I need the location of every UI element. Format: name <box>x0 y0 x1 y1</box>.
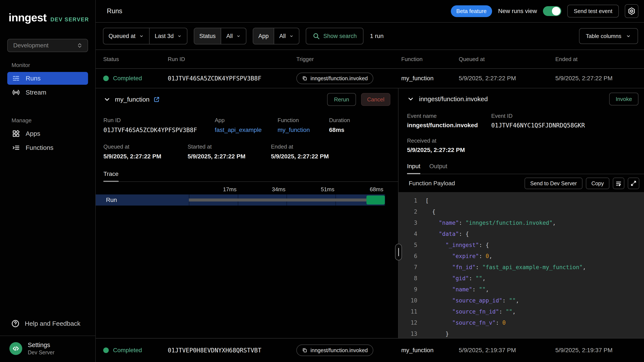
table-row[interactable]: Completed 01JTVF46SA5ZCDK4YPFSPV3B8F inn… <box>96 69 644 88</box>
app-filter-dropdown[interactable]: All <box>274 28 299 44</box>
code-line: 7 "fn_id": "fast_api_example-my_function… <box>398 262 644 273</box>
code-line: 10 "source_app_id": "", <box>398 295 644 306</box>
cancel-button[interactable]: Cancel <box>361 93 390 106</box>
sidebar-item-apps[interactable]: Apps <box>7 127 88 140</box>
run-id-cell: 01JTVF46SA5ZCDK4YPFSPV3B8F <box>168 75 296 82</box>
sidebar-item-stream-label: Stream <box>26 89 46 96</box>
monitor-section-label: Monitor <box>12 62 95 68</box>
ended-at-cell: 5/9/2025, 2:27:22 PM <box>555 75 644 82</box>
sidebar-item-functions-label: Functions <box>26 144 54 151</box>
collapse-chevron-icon[interactable] <box>104 96 111 103</box>
settings-row[interactable]: Settings Dev Server <box>0 336 95 362</box>
main-content: Runs Beta feature New runs view Send tes… <box>96 0 644 362</box>
trace-tick-labels: 17ms 34ms 51ms 68ms <box>189 186 384 193</box>
payload-title: Function Payload <box>409 180 455 187</box>
trigger-badge[interactable]: inngest/function.invoked <box>296 345 373 356</box>
status-dot-completed <box>103 348 109 353</box>
trace-tabs: Trace <box>104 171 398 182</box>
sidebar-item-runs[interactable]: Runs <box>7 72 88 85</box>
time-field-dropdown[interactable]: Queued at <box>104 28 149 44</box>
send-test-event-button[interactable]: Send test event <box>567 5 619 17</box>
line-number: 13 <box>398 328 417 338</box>
chevron-down-icon <box>139 33 144 39</box>
tab-output[interactable]: Output <box>429 163 447 174</box>
panel-resize-handle[interactable] <box>395 244 402 260</box>
sidebar-item-stream[interactable]: Stream <box>7 86 88 99</box>
column-header-function[interactable]: Function <box>401 56 459 63</box>
trigger-label: inngest/function.invoked <box>310 75 368 82</box>
help-and-feedback[interactable]: Help and Feedback <box>11 319 88 328</box>
show-search-button[interactable]: Show search <box>306 28 364 44</box>
trace-run-span[interactable] <box>366 195 385 204</box>
status-filter: Status All <box>194 28 246 44</box>
tab-input[interactable]: Input <box>407 163 420 174</box>
sidebar: inngest DEV SERVER Development Monitor R… <box>0 0 96 362</box>
time-field-label: Queued at <box>108 33 136 39</box>
environment-select[interactable]: Development <box>7 39 88 52</box>
sidebar-item-functions[interactable]: Functions <box>7 141 88 154</box>
column-header-ended-at[interactable]: Ended at <box>555 56 644 63</box>
send-to-dev-server-button[interactable]: Send to Dev Server <box>524 178 582 189</box>
sidebar-bottom: Help and Feedback Settings Dev Server <box>0 319 95 362</box>
line-number: 12 <box>398 317 417 328</box>
time-range-dropdown[interactable]: Last 3d <box>150 28 187 44</box>
run-id-cell: 01JTVEP0H8EVDNYXH68QRSTVBT <box>168 347 296 354</box>
external-link-icon[interactable] <box>154 96 160 103</box>
payload-code-editor[interactable]: 1[2 {3 "name": "inngest/function.invoked… <box>398 192 644 338</box>
invoke-button[interactable]: Invoke <box>609 93 638 105</box>
trigger-badge[interactable]: inngest/function.invoked <box>296 73 373 84</box>
app-filter-label: App <box>253 28 274 44</box>
event-id-value: 01JTVF46NYC1QSFJDNRDQ58GKR <box>491 122 638 129</box>
tab-trace[interactable]: Trace <box>104 171 118 182</box>
environment-select-value: Development <box>13 42 48 49</box>
ended-at-cell: 5/9/2025, 2:19:37 PM <box>555 347 644 354</box>
help-and-feedback-label: Help and Feedback <box>25 320 80 327</box>
settings-subtitle: Dev Server <box>28 350 54 356</box>
trace-run-row[interactable]: Run <box>96 194 385 205</box>
line-number: 9 <box>398 284 417 295</box>
copy-button[interactable]: Copy <box>586 178 610 189</box>
table-columns-label: Table columns <box>586 33 621 39</box>
column-header-trigger[interactable]: Trigger <box>296 56 401 63</box>
apps-icon <box>12 130 20 138</box>
expanded-run-detail: my_function Rerun Cancel Run ID 01JTVF46… <box>96 88 644 338</box>
table-row[interactable]: Completed 01JTVEP0H8EVDNYXH68QRSTVBT inn… <box>96 338 644 362</box>
run-meta-row-2: Queued at 5/9/2025, 2:27:22 PM Started a… <box>104 144 390 160</box>
settings-gear-button[interactable] <box>625 4 638 18</box>
word-wrap-icon <box>615 180 622 186</box>
queued-at-field: Queued at 5/9/2025, 2:27:22 PM <box>104 144 188 160</box>
duration-value: 68ms <box>329 127 390 133</box>
received-at-field: Received at 5/9/2025, 2:27:22 PM <box>407 138 638 154</box>
settings-title: Settings <box>28 342 54 349</box>
word-wrap-button[interactable] <box>613 178 624 189</box>
app-filter-value: All <box>279 33 286 39</box>
expand-button[interactable] <box>628 178 639 189</box>
line-number: 1 <box>398 195 417 206</box>
column-header-status[interactable]: Status <box>103 56 168 63</box>
code-icon <box>12 345 20 352</box>
sidebar-item-runs-label: Runs <box>26 75 40 82</box>
function-field: Function my_function <box>278 117 329 134</box>
sidebar-nav: Monitor Runs Stream Manage <box>0 62 95 319</box>
line-number: 3 <box>398 217 417 228</box>
code-line: 9 "name": "", <box>398 284 644 295</box>
event-meta: Event name inngest/function.invoked Even… <box>407 113 638 154</box>
run-detail-panel: my_function Rerun Cancel Run ID 01JTVF46… <box>96 88 398 338</box>
status-filter-dropdown[interactable]: All <box>221 28 246 44</box>
app-link[interactable]: fast_api_example <box>215 127 278 133</box>
collapse-chevron-icon[interactable] <box>407 95 414 103</box>
new-runs-view-toggle[interactable] <box>543 6 561 16</box>
select-chevrons-icon <box>76 42 83 49</box>
column-header-run-id[interactable]: Run ID <box>168 56 296 63</box>
time-range-label: Last 3d <box>155 33 174 39</box>
topbar: Runs Beta feature New runs view Send tes… <box>96 0 644 23</box>
column-header-queued-at[interactable]: Queued at <box>459 56 555 63</box>
tick-label: 51ms <box>287 186 336 193</box>
function-cell: my_function <box>401 347 459 354</box>
rerun-button[interactable]: Rerun <box>327 93 356 106</box>
function-link[interactable]: my_function <box>278 127 329 133</box>
payload-tabs: Input Output <box>407 163 644 174</box>
topbar-actions: Beta feature New runs view Send test eve… <box>451 4 638 18</box>
table-columns-button[interactable]: Table columns <box>579 28 638 44</box>
tick-label: 34ms <box>238 186 287 193</box>
